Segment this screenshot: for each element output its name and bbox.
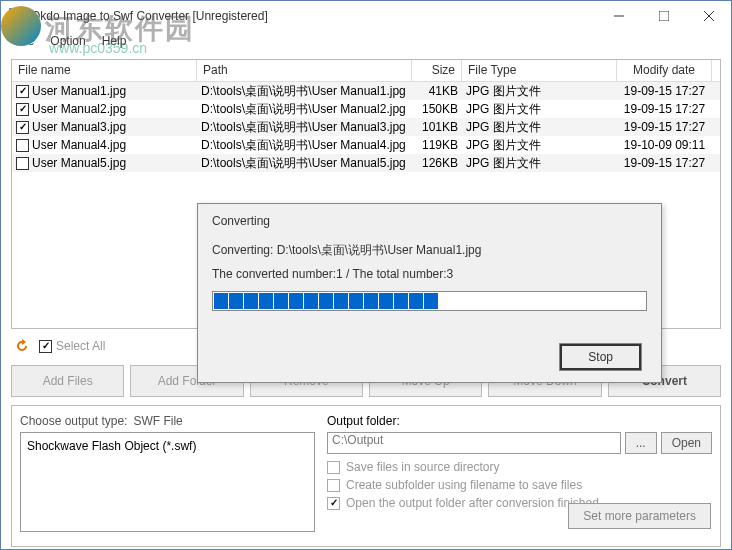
checkbox-icon: [327, 497, 340, 510]
col-header-name[interactable]: File name: [12, 60, 197, 81]
file-date: 19-09-15 17:27: [617, 156, 712, 170]
checkbox-icon[interactable]: [16, 121, 29, 134]
output-type-option[interactable]: Shockwave Flash Object (*.swf): [27, 439, 308, 453]
checkbox-icon: [39, 340, 52, 353]
file-date: 19-09-15 17:27: [617, 120, 712, 134]
checkbox-icon: [327, 461, 340, 474]
titlebar: Okdo Image to Swf Converter [Unregistere…: [1, 1, 731, 31]
file-type: JPG 图片文件: [462, 155, 617, 172]
file-size: 150KB: [412, 102, 462, 116]
dialog-current-file: Converting: D:\tools\桌面\说明书\User Manual1…: [212, 242, 647, 259]
file-size: 119KB: [412, 138, 462, 152]
table-row[interactable]: User Manual1.jpgD:\tools\桌面\说明书\User Man…: [12, 82, 720, 100]
select-all-label: Select All: [56, 339, 105, 353]
file-type: JPG 图片文件: [462, 83, 617, 100]
file-date: 19-09-15 17:27: [617, 102, 712, 116]
dialog-title: Converting: [212, 214, 647, 228]
table-row[interactable]: User Manual5.jpgD:\tools\桌面\说明书\User Man…: [12, 154, 720, 172]
col-header-path[interactable]: Path: [197, 60, 412, 81]
file-name: User Manual3.jpg: [32, 120, 126, 134]
menubar: File Option Help: [1, 31, 731, 51]
close-button[interactable]: [686, 1, 731, 31]
file-size: 101KB: [412, 120, 462, 134]
file-type: JPG 图片文件: [462, 101, 617, 118]
file-path: D:\tools\桌面\说明书\User Manual5.jpg: [197, 155, 412, 172]
file-path: D:\tools\桌面\说明书\User Manual2.jpg: [197, 101, 412, 118]
col-header-date[interactable]: Modify date: [617, 60, 712, 81]
output-folder-label: Output folder:: [327, 414, 712, 428]
table-row[interactable]: User Manual4.jpgD:\tools\桌面\说明书\User Man…: [12, 136, 720, 154]
menu-help[interactable]: Help: [96, 32, 133, 50]
svg-rect-1: [659, 11, 669, 21]
checkbox-icon: [327, 479, 340, 492]
col-header-type[interactable]: File Type: [462, 60, 617, 81]
output-folder-input[interactable]: C:\Output: [327, 432, 621, 454]
minimize-button[interactable]: [596, 1, 641, 31]
refresh-icon[interactable]: [11, 335, 33, 357]
file-path: D:\tools\桌面\说明书\User Manual3.jpg: [197, 119, 412, 136]
table-row[interactable]: User Manual2.jpgD:\tools\桌面\说明书\User Man…: [12, 100, 720, 118]
checkbox-icon[interactable]: [16, 103, 29, 116]
window-title: Okdo Image to Swf Converter [Unregistere…: [31, 9, 596, 23]
file-name: User Manual4.jpg: [32, 138, 126, 152]
menu-option[interactable]: Option: [44, 32, 91, 50]
stop-button[interactable]: Stop: [560, 344, 641, 370]
checkbox-icon[interactable]: [16, 85, 29, 98]
add-files-button[interactable]: Add Files: [11, 365, 124, 397]
choose-output-label: Choose output type:: [20, 414, 127, 428]
file-name: User Manual1.jpg: [32, 84, 126, 98]
checkbox-icon[interactable]: [16, 139, 29, 152]
file-path: D:\tools\桌面\说明书\User Manual1.jpg: [197, 83, 412, 100]
set-more-parameters-button[interactable]: Set more parameters: [568, 503, 711, 529]
converting-dialog: Converting Converting: D:\tools\桌面\说明书\U…: [197, 203, 662, 383]
file-size: 41KB: [412, 84, 462, 98]
file-type: JPG 图片文件: [462, 137, 617, 154]
progress-bar: [212, 291, 647, 311]
file-name: User Manual5.jpg: [32, 156, 126, 170]
browse-button[interactable]: ...: [625, 432, 657, 454]
maximize-button[interactable]: [641, 1, 686, 31]
open-folder-button[interactable]: Open: [661, 432, 712, 454]
output-type-list[interactable]: Shockwave Flash Object (*.swf): [20, 432, 315, 532]
checkbox-icon[interactable]: [16, 157, 29, 170]
swf-file-label: SWF File: [133, 414, 182, 428]
menu-file[interactable]: File: [9, 32, 40, 50]
file-name: User Manual2.jpg: [32, 102, 126, 116]
dialog-progress-text: The converted number:1 / The total numbe…: [212, 267, 647, 281]
select-all-checkbox[interactable]: Select All: [39, 339, 105, 353]
file-size: 126KB: [412, 156, 462, 170]
file-date: 19-10-09 09:11: [617, 138, 712, 152]
table-row[interactable]: User Manual3.jpgD:\tools\桌面\说明书\User Man…: [12, 118, 720, 136]
option-create-subfolder[interactable]: Create subfolder using filename to save …: [327, 478, 712, 492]
app-icon: [9, 8, 25, 24]
file-path: D:\tools\桌面\说明书\User Manual4.jpg: [197, 137, 412, 154]
col-header-size[interactable]: Size: [412, 60, 462, 81]
file-type: JPG 图片文件: [462, 119, 617, 136]
file-list-header: File name Path Size File Type Modify dat…: [12, 60, 720, 82]
option-save-source[interactable]: Save files in source directory: [327, 460, 712, 474]
file-date: 19-09-15 17:27: [617, 84, 712, 98]
